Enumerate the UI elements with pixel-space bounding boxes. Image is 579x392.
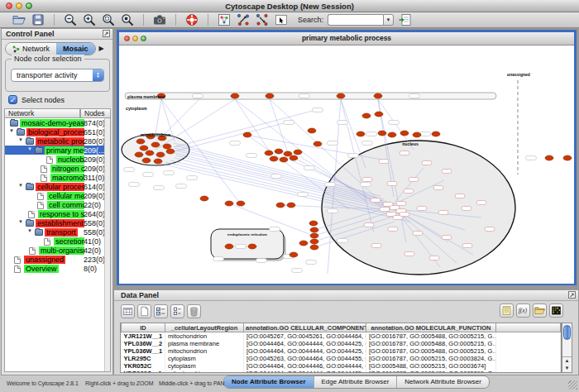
attribute-row[interactable]: YDR039C__1mitochondrion[GO:0044464, GO:0… [122, 370, 561, 373]
import-network-button[interactable] [398, 13, 413, 27]
scrollbar-thumb[interactable] [563, 325, 571, 340]
network-node[interactable] [299, 241, 308, 246]
zoom-selected-button[interactable] [101, 13, 116, 27]
network-node[interactable] [308, 128, 316, 133]
network-tree-row[interactable]: ▼cellular process614(0) [5, 182, 110, 191]
table-column-header[interactable]: annotation.GO CELLULAR_COMPONENT [244, 323, 366, 332]
network-node[interactable] [146, 151, 154, 155]
network-node[interactable] [287, 203, 295, 208]
network-node[interactable] [166, 149, 175, 154]
zoom-out-button[interactable] [63, 13, 78, 27]
tree-expand-icon[interactable]: ▼ [18, 137, 23, 142]
network-node[interactable] [337, 93, 345, 98]
network-node[interactable] [265, 151, 273, 155]
save-session-button[interactable] [31, 13, 45, 27]
network-node[interactable] [545, 155, 553, 160]
tree-scrollbar[interactable] [104, 118, 110, 371]
network-node[interactable] [290, 252, 298, 257]
zoom-fit-button[interactable] [120, 13, 135, 27]
network-tree-row[interactable]: cell communicat22(0) [5, 200, 110, 209]
network-node[interactable] [266, 93, 274, 98]
attribute-row[interactable]: YPL036W__2plasma membrane[GO:0044464, GO… [122, 340, 561, 347]
network-node[interactable] [432, 131, 440, 136]
table-column-header[interactable] [496, 323, 561, 332]
graphics-details-button[interactable] [217, 13, 232, 27]
network-tree-row[interactable]: cellular metabo209(0) [5, 191, 110, 200]
network-node[interactable] [413, 132, 421, 137]
tree-expand-icon[interactable]: ▼ [27, 228, 32, 233]
network-node[interactable] [284, 151, 292, 156]
search-dropdown-button[interactable]: ▼ [383, 14, 394, 26]
tab-scroll-right-button[interactable]: ▶ [99, 45, 104, 52]
network-node[interactable] [294, 150, 302, 155]
create-attribute-button[interactable] [137, 304, 151, 318]
network-node[interactable] [156, 152, 165, 157]
float-panel-icon[interactable]: ↗ [103, 30, 110, 37]
network-tree-row[interactable]: mosaic-demo-yeast874(0) [5, 118, 110, 127]
network-node[interactable] [243, 132, 251, 137]
network-node[interactable] [142, 158, 151, 163]
network-tree-row[interactable]: response to stimul264(0) [5, 209, 110, 218]
network-node[interactable] [237, 201, 245, 206]
network-node[interactable] [225, 244, 233, 249]
network-tree-row[interactable]: secretion41(0) [5, 237, 110, 246]
tree-expand-icon[interactable]: ▼ [18, 219, 23, 224]
network-canvas[interactable]: plasma membranecytoplasmmitochondrionnuc… [119, 45, 574, 284]
table-column-header[interactable]: _cellularLayoutRegion [165, 323, 244, 332]
network-node[interactable] [400, 131, 409, 136]
network-node[interactable] [310, 227, 318, 232]
attribute-row[interactable]: YPL036W__1mitochondrion[GO:0044464, GO:0… [122, 347, 561, 355]
network-node[interactable] [310, 245, 318, 250]
table-column-header[interactable]: ID [122, 323, 165, 332]
float-data-panel-icon[interactable]: ↗ [568, 291, 576, 299]
network-node[interactable] [276, 203, 285, 208]
network-tree-row[interactable]: nucleobase-209(0) [5, 155, 110, 164]
delete-attribute-button[interactable] [187, 304, 201, 318]
data-panel-scrollbar[interactable]: ▲▼ [562, 323, 572, 373]
attribute-batch-button[interactable] [170, 304, 184, 318]
import-attributes-button[interactable] [533, 304, 547, 318]
network-node[interactable] [563, 155, 572, 160]
network-tree-row[interactable]: macromolecule311(0) [5, 173, 110, 182]
network-node[interactable] [280, 157, 288, 162]
tab-network[interactable]: Network [6, 43, 56, 55]
node-color-dropdown[interactable]: transporter activity ▲▼ [11, 69, 104, 82]
network-tree-row[interactable]: ▼metabolic process280(0) [5, 136, 110, 146]
select-attributes-button[interactable] [121, 304, 135, 318]
network-tree-row[interactable]: multi-organism pro42(0) [5, 246, 110, 255]
open-file-button[interactable] [12, 13, 26, 27]
attribute-row[interactable]: YLR295Ccytoplasm[GO:0045263, GO:0044464,… [122, 355, 561, 362]
select-nodes-checkbox[interactable]: ✓ [8, 95, 17, 104]
attribute-row[interactable]: YJR121W__1mitochondrion[GO:0045267, GO:0… [122, 332, 561, 341]
help-button[interactable] [184, 13, 199, 27]
network-tree-row[interactable]: ▼establishment of lo558(0) [5, 218, 110, 227]
attribute-matrix-button[interactable] [549, 304, 563, 318]
network-window-titlebar[interactable]: primary metabolic process [119, 32, 574, 45]
network-tree-row[interactable]: nitrogen compo209(0) [5, 164, 110, 173]
tab-mosaic[interactable]: Mosaic [56, 43, 95, 55]
select-attribute-list-button[interactable] [154, 304, 168, 318]
tree-expand-icon[interactable]: ▼ [9, 128, 14, 133]
network-node[interactable] [154, 159, 162, 164]
network-node[interactable] [362, 113, 371, 118]
network-node[interactable] [151, 142, 160, 147]
layout-button-1[interactable] [236, 13, 251, 27]
table-column-header[interactable]: annotation.GO MOLECULAR_FUNCTION [366, 323, 496, 332]
network-node[interactable] [163, 144, 171, 149]
network-node[interactable] [136, 139, 145, 144]
resize-grip[interactable] [568, 380, 577, 390]
network-node[interactable] [313, 141, 322, 146]
network-node[interactable] [356, 131, 365, 136]
network-tree-row[interactable]: Overview8(0) [5, 264, 110, 273]
search-input[interactable] [328, 14, 383, 26]
network-node[interactable] [388, 132, 396, 137]
network-node[interactable] [200, 196, 208, 201]
annotation-button[interactable] [274, 13, 289, 27]
network-node[interactable] [225, 201, 233, 206]
network-node[interactable] [309, 221, 318, 226]
snapshot-button[interactable] [152, 13, 167, 27]
network-node[interactable] [374, 93, 382, 98]
network-node[interactable] [378, 131, 386, 136]
network-tree-row[interactable]: ▼primary metabo209(... [5, 146, 110, 155]
network-node[interactable] [290, 155, 298, 160]
